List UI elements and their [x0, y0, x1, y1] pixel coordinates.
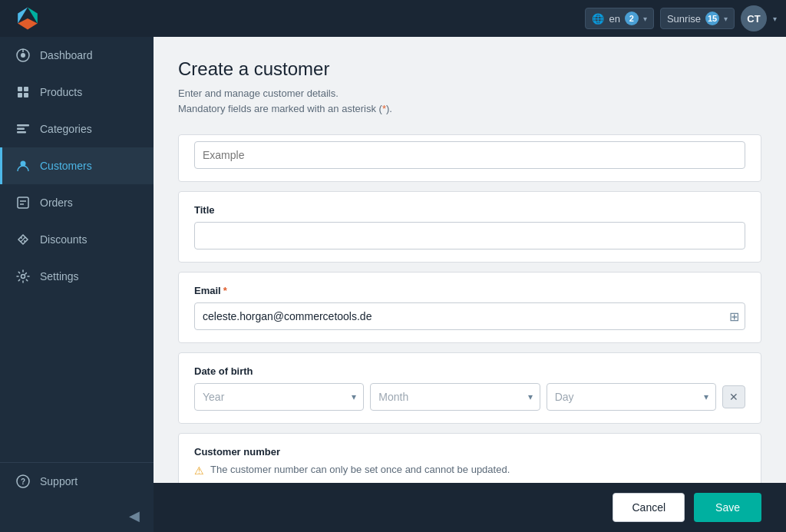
- sidebar-item-label: Settings: [40, 270, 79, 283]
- save-button[interactable]: Save: [694, 493, 761, 522]
- sidebar-item-settings[interactable]: Settings: [0, 258, 154, 295]
- language-code: en: [609, 13, 619, 25]
- dob-year-wrapper: Year 20242023200019901980: [194, 383, 364, 411]
- user-initials: CT: [747, 13, 760, 25]
- sidebar-item-label: Support: [40, 475, 78, 487]
- email-label: Email*: [194, 285, 745, 296]
- svg-marker-2: [18, 18, 38, 29]
- dob-field-card: Date of birth Year 20242023200019901980 …: [178, 352, 761, 424]
- sidebar-item-label: Orders: [40, 197, 73, 209]
- svg-rect-8: [18, 93, 22, 97]
- dob-selects-row: Year 20242023200019901980 Month JanuaryF…: [194, 383, 745, 411]
- sidebar-item-label: Customers: [40, 160, 92, 172]
- svg-rect-6: [18, 87, 22, 91]
- sidebar: Dashboard Products Catego: [0, 37, 154, 532]
- email-icon[interactable]: ⊞: [729, 309, 739, 324]
- page-subtitle: Enter and manage customer details. Manda…: [178, 86, 761, 116]
- collapse-icon: ◀: [129, 507, 140, 524]
- svg-point-4: [21, 53, 25, 58]
- dob-clear-button[interactable]: ✕: [722, 385, 745, 408]
- language-arrow: ▾: [643, 15, 647, 23]
- dob-year-select[interactable]: Year 20242023200019901980: [194, 383, 364, 411]
- sidebar-item-label: Categories: [40, 123, 92, 135]
- email-input[interactable]: [194, 302, 745, 330]
- language-badge: 2: [625, 12, 639, 25]
- products-icon: [15, 84, 31, 100]
- sidebar-item-label: Dashboard: [40, 49, 93, 61]
- support-icon: ?: [15, 474, 31, 489]
- warning-icon: ⚠: [194, 464, 204, 477]
- title-field: Title: [179, 192, 761, 262]
- svg-point-19: [24, 240, 25, 242]
- svg-rect-14: [18, 197, 28, 208]
- sidebar-item-products[interactable]: Products: [0, 74, 154, 111]
- dob-month-select[interactable]: Month JanuaryFebruaryMarch AprilMayJune …: [370, 383, 540, 411]
- svg-point-20: [21, 275, 25, 279]
- customer-number-label: Customer number: [194, 446, 745, 458]
- logo[interactable]: [15, 6, 40, 31]
- project-selector[interactable]: Sunrise 15 ▾: [660, 8, 735, 29]
- email-input-wrapper: ⊞: [194, 302, 745, 330]
- dob-label: Date of birth: [194, 365, 745, 377]
- partial-input[interactable]: [194, 141, 745, 169]
- email-field: Email* ⊞: [179, 273, 761, 342]
- sidebar-item-orders[interactable]: Orders: [0, 184, 154, 221]
- dob-day-wrapper: Day 12345: [547, 383, 716, 411]
- title-label: Title: [194, 204, 745, 216]
- svg-rect-11: [17, 128, 25, 131]
- email-field-card: Email* ⊞: [178, 272, 761, 343]
- orders-icon: [15, 195, 31, 210]
- cancel-button[interactable]: Cancel: [613, 493, 685, 522]
- sidebar-item-label: Discounts: [40, 233, 87, 246]
- sidebar-collapse-button[interactable]: ◀: [0, 500, 154, 532]
- svg-rect-9: [24, 93, 28, 97]
- title-field-card: Title: [178, 191, 761, 263]
- topbar: 🌐 en 2 ▾ Sunrise 15 ▾ CT ▾: [0, 0, 786, 37]
- discounts-icon: [15, 232, 31, 247]
- main-content: Create a customer Enter and manage custo…: [154, 37, 786, 532]
- customers-icon: [15, 158, 31, 173]
- globe-icon: 🌐: [592, 13, 604, 25]
- categories-icon: [15, 121, 31, 137]
- dob-field: Date of birth Year 20242023200019901980 …: [179, 353, 761, 423]
- dob-month-wrapper: Month JanuaryFebruaryMarch AprilMayJune …: [370, 383, 540, 411]
- project-arrow: ▾: [724, 15, 728, 23]
- user-menu-arrow[interactable]: ▾: [773, 15, 777, 23]
- svg-rect-10: [17, 124, 29, 127]
- svg-point-17: [21, 237, 22, 239]
- partial-field-card: [178, 134, 761, 182]
- settings-icon: [15, 269, 31, 284]
- project-name: Sunrise: [667, 13, 701, 25]
- sidebar-item-discounts[interactable]: Discounts: [0, 221, 154, 258]
- svg-rect-7: [24, 87, 28, 91]
- sidebar-item-dashboard[interactable]: Dashboard: [0, 37, 154, 74]
- warning-text: The customer number can only be set once…: [210, 464, 510, 475]
- page-title: Create a customer: [178, 58, 761, 80]
- svg-text:?: ?: [21, 477, 25, 486]
- customer-number-warning: ⚠ The customer number can only be set on…: [194, 464, 745, 477]
- dob-day-select[interactable]: Day 12345: [547, 383, 716, 411]
- sidebar-item-customers[interactable]: Customers: [0, 147, 154, 184]
- sidebar-item-support[interactable]: ? Support: [0, 463, 154, 500]
- project-badge: 15: [705, 12, 719, 25]
- dashboard-icon: [15, 48, 31, 63]
- language-selector[interactable]: 🌐 en 2 ▾: [585, 8, 653, 29]
- title-input[interactable]: [194, 222, 745, 249]
- sidebar-item-label: Products: [40, 86, 82, 98]
- svg-rect-12: [17, 131, 26, 134]
- user-avatar[interactable]: CT: [741, 5, 767, 31]
- bottom-action-bar: Cancel Save: [154, 483, 786, 532]
- sidebar-item-categories[interactable]: Categories: [0, 111, 154, 147]
